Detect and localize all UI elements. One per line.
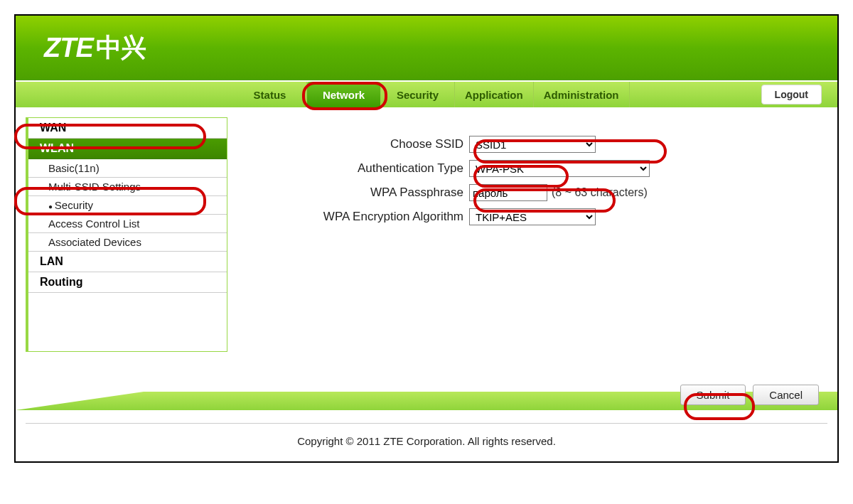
logout-button[interactable]: Logout	[761, 85, 822, 104]
select-ssid[interactable]: SSID1	[469, 136, 596, 153]
input-wpa-passphrase[interactable]	[469, 184, 547, 201]
sidebar-sub-assoc[interactable]: Associated Devices	[28, 233, 227, 252]
label-ssid: Choose SSID	[249, 137, 469, 151]
main-tabs: Status Network Security Application Admi…	[16, 82, 837, 107]
content-area: WAN WLAN Basic(11n) Multi-SSID Settings …	[16, 107, 837, 377]
brand-cn: 中兴	[96, 31, 146, 65]
select-encryption[interactable]: TKIP+AES	[469, 208, 596, 225]
sidebar-item-wan[interactable]: WAN	[28, 118, 227, 139]
label-auth: Authentication Type	[249, 161, 469, 176]
row-enc: WPA Encryption Algorithm TKIP+AES	[249, 208, 816, 225]
select-auth-type[interactable]: WPA-PSK	[469, 160, 650, 177]
sidebar-item-routing[interactable]: Routing	[28, 272, 227, 293]
cancel-button[interactable]: Cancel	[753, 385, 819, 405]
brand-logo: ZTE 中兴	[44, 31, 146, 65]
row-auth: Authentication Type WPA-PSK	[249, 160, 816, 177]
label-pass: WPA Passphrase	[249, 186, 469, 200]
tab-security[interactable]: Security	[381, 82, 455, 107]
row-ssid: Choose SSID SSID1	[249, 136, 816, 153]
hint-pass: (8 ~ 63 characters)	[552, 186, 648, 199]
label-enc: WPA Encryption Algorithm	[249, 210, 469, 224]
tab-application[interactable]: Application	[455, 82, 534, 107]
form-panel: Choose SSID SSID1 Authentication Type WP…	[227, 107, 837, 377]
sidebar-sub-acl[interactable]: Access Control List	[28, 215, 227, 233]
header: ZTE 中兴	[16, 16, 837, 82]
tab-network[interactable]: Network	[307, 82, 381, 107]
action-bar: Submit Cancel	[16, 385, 837, 416]
sidebar-sub-multi-ssid[interactable]: Multi-SSID Settings	[28, 178, 227, 196]
tab-status[interactable]: Status	[233, 82, 307, 107]
sidebar-item-wlan[interactable]: WLAN	[28, 139, 227, 159]
sidebar-sub-basic[interactable]: Basic(11n)	[28, 159, 227, 178]
row-pass: WPA Passphrase (8 ~ 63 characters)	[249, 184, 816, 201]
sidebar-item-lan[interactable]: LAN	[28, 252, 227, 272]
brand-name: ZTE	[44, 33, 93, 63]
footer-copyright: Copyright © 2011 ZTE Corporation. All ri…	[26, 423, 827, 461]
submit-button[interactable]: Submit	[680, 385, 746, 405]
sidebar-sub-security[interactable]: Security	[28, 196, 227, 215]
tab-administration[interactable]: Administration	[534, 82, 630, 107]
logout-area: Logout	[761, 82, 837, 107]
sidebar: WAN WLAN Basic(11n) Multi-SSID Settings …	[26, 117, 227, 352]
app-window: ZTE 中兴 Status Network Security Applicati…	[14, 14, 839, 463]
